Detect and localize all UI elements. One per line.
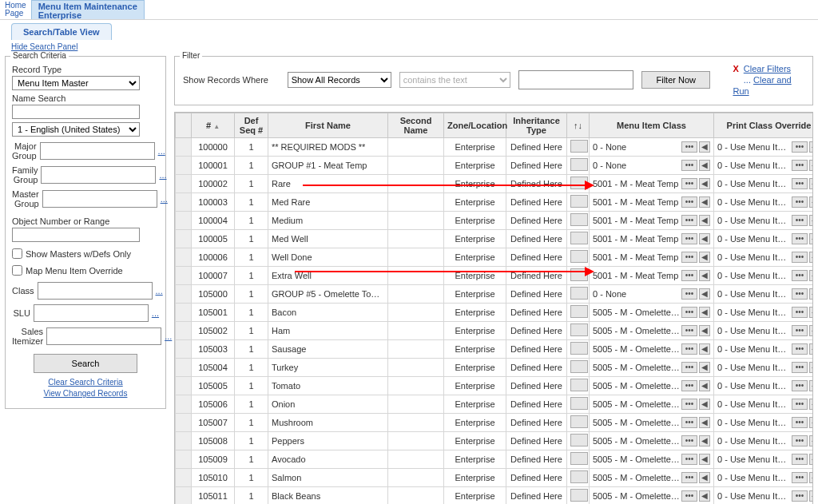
slu-lookup[interactable]: ...: [152, 308, 159, 318]
menu-item-class-lookup[interactable]: •••: [681, 472, 697, 483]
cell-first-name[interactable]: Ham: [268, 322, 388, 340]
cell-print-class[interactable]: 0 - Use Menu Item Class Set•••◀: [714, 193, 814, 212]
table-row[interactable]: 1000051Med WellEnterpriseDefined Here500…: [176, 230, 814, 248]
menu-item-class-lookup[interactable]: •••: [681, 160, 697, 171]
cell-sort-button[interactable]: [567, 193, 590, 212]
cell-second-name[interactable]: [388, 322, 444, 340]
cell-second-name[interactable]: [388, 212, 444, 230]
cell-menu-item-class[interactable]: 5001 - M - Meat Temp•••◀: [590, 230, 714, 248]
cell-menu-item-class[interactable]: 0 - None•••◀: [590, 138, 714, 157]
row-selector[interactable]: [176, 175, 192, 193]
cell-first-name[interactable]: GROUP #1 - Meat Temp: [268, 157, 388, 175]
cell-print-class[interactable]: 0 - Use Menu Item Class Set•••◀: [714, 322, 814, 340]
table-row[interactable]: 1000031Med RareEnterpriseDefined Here500…: [176, 193, 814, 212]
menu-item-class-nav[interactable]: ◀: [699, 141, 710, 153]
print-class-nav[interactable]: ◀: [809, 490, 813, 502]
object-range-input[interactable]: [12, 228, 140, 242]
col-second-name[interactable]: Second Name: [388, 113, 444, 138]
row-selector[interactable]: [176, 340, 192, 359]
filter-operator-select[interactable]: contains the text: [399, 72, 510, 88]
cell-print-class[interactable]: 0 - Use Menu Item Class Set•••◀: [714, 248, 814, 267]
clear-and-run-link[interactable]: Clear and Run: [733, 75, 791, 96]
menu-item-class-lookup[interactable]: •••: [681, 178, 697, 189]
cell-sort-button[interactable]: [567, 340, 590, 359]
table-row[interactable]: 1000071Extra WellEnterpriseDefined Here5…: [176, 267, 814, 285]
cell-sort-button[interactable]: [567, 304, 590, 322]
row-selector[interactable]: [176, 322, 192, 340]
menu-item-class-lookup[interactable]: •••: [681, 343, 697, 355]
print-class-nav[interactable]: ◀: [809, 178, 813, 189]
menu-item-class-lookup[interactable]: •••: [681, 417, 697, 428]
menu-item-class-nav[interactable]: ◀: [699, 252, 710, 263]
print-class-nav[interactable]: ◀: [809, 325, 813, 336]
print-class-nav[interactable]: ◀: [809, 472, 813, 483]
print-class-lookup[interactable]: •••: [792, 472, 808, 483]
cell-print-class[interactable]: 0 - Use Menu Item Class Set•••◀: [714, 175, 814, 193]
filter-value-input[interactable]: [518, 70, 633, 89]
row-selector[interactable]: [176, 304, 192, 322]
cell-second-name[interactable]: [388, 359, 444, 377]
menu-item-class-lookup[interactable]: •••: [681, 288, 697, 300]
col-sort[interactable]: ↑↓: [567, 113, 590, 138]
print-class-lookup[interactable]: •••: [792, 399, 808, 410]
print-class-lookup[interactable]: •••: [792, 252, 808, 263]
menu-item-class-nav[interactable]: ◀: [699, 454, 710, 465]
print-class-lookup[interactable]: •••: [792, 490, 808, 502]
menu-item-class-nav[interactable]: ◀: [699, 178, 710, 189]
cell-menu-item-class[interactable]: 5005 - M - Omelette Toppings•••◀: [590, 487, 714, 505]
row-selector[interactable]: [176, 248, 192, 267]
clear-filters-link[interactable]: Clear Filters: [744, 64, 791, 73]
cell-menu-item-class[interactable]: 5005 - M - Omelette Toppings•••◀: [590, 322, 714, 340]
cell-first-name[interactable]: Sausage: [268, 340, 388, 359]
cell-print-class[interactable]: 0 - Use Menu Item Class Set•••◀: [714, 340, 814, 359]
print-class-lookup[interactable]: •••: [792, 362, 808, 373]
cell-first-name[interactable]: Black Beans: [268, 487, 388, 505]
cell-second-name[interactable]: [388, 157, 444, 175]
menu-item-class-lookup[interactable]: •••: [681, 196, 697, 208]
filter-field-select[interactable]: Show All Records: [288, 72, 391, 88]
cell-print-class[interactable]: 0 - Use Menu Item Class Set•••◀: [714, 395, 814, 414]
cell-print-class[interactable]: 0 - Use Menu Item Class Set•••◀: [714, 487, 814, 505]
row-selector[interactable]: [176, 450, 192, 469]
cell-first-name[interactable]: Well Done: [268, 248, 388, 267]
menu-item-class-nav[interactable]: ◀: [699, 380, 710, 391]
cell-print-class[interactable]: 0 - Use Menu Item Class Set•••◀: [714, 138, 814, 157]
col-print-class[interactable]: Print Class Override: [714, 113, 814, 138]
menu-item-class-nav[interactable]: ◀: [699, 362, 710, 373]
table-row[interactable]: 1000041MediumEnterpriseDefined Here5001 …: [176, 212, 814, 230]
print-class-lookup[interactable]: •••: [792, 325, 808, 336]
cell-second-name[interactable]: [388, 285, 444, 304]
cell-second-name[interactable]: [388, 267, 444, 285]
major-group-input[interactable]: [40, 142, 155, 160]
class-lookup[interactable]: ...: [156, 286, 163, 296]
print-class-nav[interactable]: ◀: [809, 233, 813, 244]
cell-sort-button[interactable]: [567, 377, 590, 395]
print-class-nav[interactable]: ◀: [809, 252, 813, 263]
cell-sort-button[interactable]: [567, 157, 590, 175]
cell-second-name[interactable]: [388, 248, 444, 267]
menu-item-class-lookup[interactable]: •••: [681, 399, 697, 410]
table-row[interactable]: 1050011BaconEnterpriseDefined Here5005 -…: [176, 304, 814, 322]
cell-menu-item-class[interactable]: 0 - None•••◀: [590, 157, 714, 175]
cell-second-name[interactable]: [388, 469, 444, 487]
menu-item-class-nav[interactable]: ◀: [699, 215, 710, 226]
cell-first-name[interactable]: Turkey: [268, 359, 388, 377]
cell-first-name[interactable]: ** REQUIRED MODS **: [268, 138, 388, 157]
cell-second-name[interactable]: [388, 138, 444, 157]
menu-item-class-lookup[interactable]: •••: [681, 307, 697, 318]
print-class-nav[interactable]: ◀: [809, 362, 813, 373]
cell-first-name[interactable]: Med Well: [268, 230, 388, 248]
print-class-nav[interactable]: ◀: [809, 307, 813, 318]
cell-sort-button[interactable]: [567, 487, 590, 505]
print-class-nav[interactable]: ◀: [809, 215, 813, 226]
cell-menu-item-class[interactable]: 5001 - M - Meat Temp•••◀: [590, 267, 714, 285]
family-group-input[interactable]: [41, 166, 156, 184]
table-row[interactable]: 1000011GROUP #1 - Meat TempEnterpriseDef…: [176, 157, 814, 175]
table-row[interactable]: 1000001** REQUIRED MODS **EnterpriseDefi…: [176, 138, 814, 157]
menu-item-class-nav[interactable]: ◀: [699, 233, 710, 244]
col-inheritance[interactable]: Inheritance Type: [506, 113, 567, 138]
print-class-nav[interactable]: ◀: [809, 435, 813, 446]
cell-sort-button[interactable]: [567, 212, 590, 230]
cell-sort-button[interactable]: [567, 248, 590, 267]
cell-sort-button[interactable]: [567, 432, 590, 450]
